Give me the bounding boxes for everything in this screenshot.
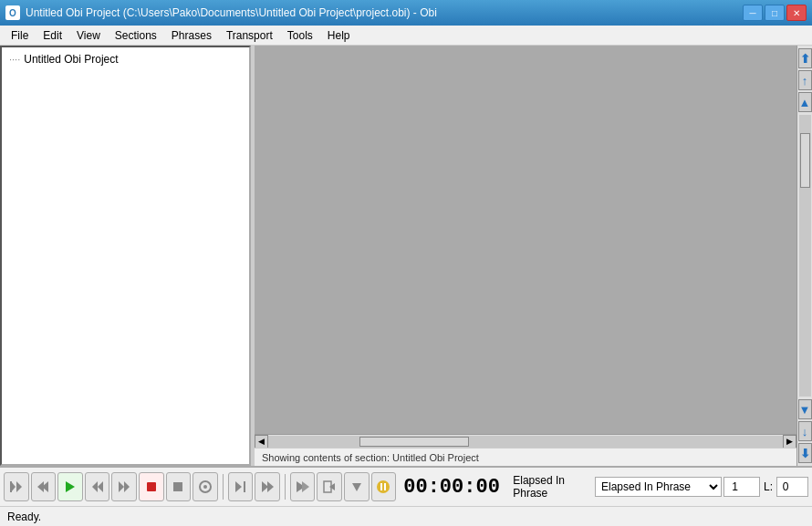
title-bar-controls: ─ □ ✕ [743, 5, 807, 21]
forward-button[interactable] [111, 472, 137, 501]
rewind-button[interactable] [85, 472, 110, 501]
pause-button[interactable] [371, 472, 397, 501]
scroll-prev-button[interactable]: ▲ [798, 92, 812, 112]
svg-marker-16 [262, 481, 268, 492]
close-button[interactable]: ✕ [786, 5, 807, 21]
svg-marker-9 [124, 481, 130, 492]
elapsed-dropdown[interactable]: Elapsed In Phrase Elapsed In Section Ela… [595, 477, 722, 497]
tree-item-label: Untitled Obi Project [24, 53, 118, 66]
toolbar: 00:00:00 Elapsed In Phrase Elapsed In Ph… [0, 466, 812, 506]
svg-point-13 [203, 485, 207, 489]
scroll-top-button[interactable]: ⬆ [798, 48, 812, 68]
svg-marker-17 [267, 481, 274, 492]
menu-file[interactable]: File [4, 27, 36, 44]
horizontal-scrollbar[interactable]: ◀ ▶ [255, 434, 796, 448]
monitor-icon [197, 479, 213, 495]
stop-button[interactable] [166, 472, 192, 501]
separator-2 [285, 474, 286, 500]
menu-help[interactable]: Help [320, 27, 358, 44]
scroll-up-icon: ↑ [802, 74, 808, 88]
play-button[interactable] [57, 472, 83, 501]
scroll-down-button[interactable]: ↓ [798, 421, 812, 441]
svg-marker-7 [92, 481, 98, 492]
svg-rect-10 [147, 482, 156, 491]
title-bar-left: O Untitled Obi Project (C:\Users\Pako\Do… [5, 5, 437, 20]
pause-icon [375, 479, 391, 495]
separator-1 [223, 474, 224, 500]
scroll-up-triangle-icon: ▲ [799, 96, 811, 109]
import-button[interactable] [317, 472, 342, 501]
scroll-bottom-icon: ⬇ [800, 447, 810, 460]
menu-edit[interactable]: Edit [36, 27, 69, 44]
minimize-button[interactable]: ─ [743, 5, 763, 21]
move-back-button[interactable] [31, 472, 57, 501]
svg-marker-5 [66, 481, 75, 492]
svg-marker-6 [98, 481, 103, 492]
record-icon [143, 479, 160, 495]
rewind-icon [89, 479, 106, 495]
scroll-thumb[interactable] [359, 437, 469, 447]
scroll-up-button[interactable]: ↑ [798, 70, 812, 90]
move-to-start-button[interactable] [4, 472, 29, 501]
tree-dots: ···· [9, 54, 20, 65]
sections-panel[interactable]: ···· Untitled Obi Project [0, 46, 251, 466]
next-phrase-button[interactable] [228, 472, 254, 501]
menu-tools[interactable]: Tools [280, 27, 320, 44]
content-area: ···· Untitled Obi Project ◀ ▶ Showing co… [0, 46, 812, 466]
phrases-area [255, 46, 796, 434]
stop-icon [170, 479, 186, 495]
menu-phrases[interactable]: Phrases [164, 27, 219, 44]
move-to-start-icon [8, 479, 25, 495]
svg-rect-25 [384, 483, 386, 490]
phrase-number-spinner[interactable] [724, 477, 760, 497]
import-icon [321, 479, 338, 495]
svg-rect-11 [173, 482, 182, 491]
vertical-scrollbar[interactable]: ⬆ ↑ ▲ ▼ ↓ ⬇ [796, 46, 812, 466]
main-container: ···· Untitled Obi Project ◀ ▶ Showing co… [0, 46, 812, 526]
svg-marker-1 [16, 481, 22, 492]
status-text: Ready. [7, 511, 41, 523]
monitor-button[interactable] [193, 472, 218, 501]
skip-forward-button[interactable] [255, 472, 280, 501]
move-back-icon [35, 479, 51, 495]
menu-transport[interactable]: Transport [219, 27, 280, 44]
svg-point-23 [377, 480, 390, 493]
play-icon [62, 479, 78, 495]
svg-marker-8 [119, 481, 124, 492]
svg-rect-24 [380, 483, 382, 490]
menu-sections[interactable]: Sections [108, 27, 164, 44]
scroll-next-button[interactable]: ▼ [798, 399, 812, 419]
forward-icon [116, 479, 132, 495]
time-display: 00:00:00 [398, 476, 507, 499]
scroll-down-triangle-icon: ▼ [799, 403, 811, 417]
next-section-icon [295, 479, 311, 495]
menu-view[interactable]: View [69, 27, 108, 44]
next-section-button[interactable] [290, 472, 316, 501]
scroll-right-button[interactable]: ▶ [783, 435, 796, 449]
menu-bar: File Edit View Sections Phrases Transpor… [0, 26, 812, 46]
elapsed-label: Elapsed In Phrase [509, 474, 593, 500]
svg-marker-19 [302, 481, 309, 492]
down-arrow-icon [349, 479, 365, 495]
scroll-vertical-thumb[interactable] [800, 133, 810, 188]
status-bar: Ready. [0, 506, 812, 526]
scroll-down-icon: ↓ [802, 425, 808, 438]
scroll-track[interactable] [268, 436, 783, 448]
svg-rect-2 [10, 481, 12, 492]
maximize-button[interactable]: □ [765, 5, 785, 21]
phrases-content: ◀ ▶ Showing contents of section: Untitle… [255, 46, 796, 466]
record-button[interactable] [139, 472, 164, 501]
svg-rect-15 [244, 481, 245, 492]
scroll-left-button[interactable]: ◀ [255, 435, 268, 449]
window-title: Untitled Obi Project (C:\Users\Pako\Docu… [26, 6, 437, 19]
title-bar: O Untitled Obi Project (C:\Users\Pako\Do… [0, 0, 812, 26]
down-arrow-button[interactable] [344, 472, 370, 501]
next-phrase-icon [233, 479, 249, 495]
svg-marker-22 [352, 483, 361, 491]
scroll-top-icon: ⬆ [800, 52, 810, 66]
svg-marker-21 [329, 483, 335, 490]
tree-item-project: ···· Untitled Obi Project [5, 51, 245, 67]
scroll-bottom-button[interactable]: ⬇ [798, 443, 812, 463]
scroll-vertical-track[interactable] [799, 115, 811, 397]
l-value-input[interactable] [776, 477, 808, 497]
